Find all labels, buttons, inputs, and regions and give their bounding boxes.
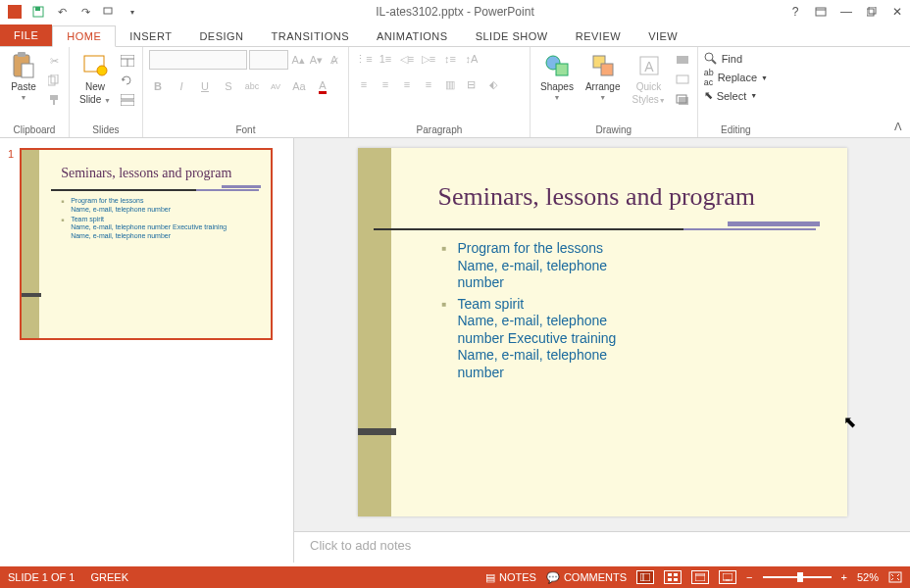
decrease-font-icon[interactable]: A▾ [308, 51, 324, 69]
layout-icon[interactable] [119, 52, 136, 70]
line-spacing-icon[interactable]: ↕≡ [441, 50, 459, 68]
thumbnail-pane[interactable]: 1 Seminars, lessons and program Program … [0, 138, 294, 563]
align-left-icon[interactable]: ≡ [355, 75, 373, 93]
new-slide-button[interactable]: New Slide ▼ [76, 50, 115, 124]
start-from-beginning-icon[interactable] [102, 5, 116, 19]
shapes-button[interactable]: Shapes ▼ [536, 50, 578, 124]
shape-outline-icon[interactable] [674, 72, 691, 89]
ribbon: Paste ▼ ✂ Clipboard New Slide ▼ Sli [0, 47, 910, 138]
tab-transitions[interactable]: TRANSITIONS [258, 26, 363, 46]
cut-icon[interactable]: ✂ [45, 52, 63, 70]
tab-insert[interactable]: INSERT [116, 26, 185, 46]
fit-to-window-icon[interactable] [888, 571, 902, 583]
zoom-slider[interactable] [763, 576, 832, 578]
justify-icon[interactable]: ≡ [420, 75, 437, 93]
quick-styles-button[interactable]: A Quick Styles▼ [628, 50, 669, 124]
reset-icon[interactable] [119, 72, 136, 89]
align-right-icon[interactable]: ≡ [398, 75, 416, 93]
zoom-in-icon[interactable]: + [841, 571, 847, 583]
undo-icon[interactable]: ↶ [55, 5, 69, 19]
numbering-icon[interactable]: 1≡ [377, 50, 394, 68]
format-painter-icon[interactable] [45, 91, 63, 109]
group-font: A▴ A▾ A̷ B I U S abc AV Aa A Font [143, 47, 349, 137]
font-family-select[interactable] [149, 50, 247, 70]
styles-label: Styles [632, 94, 658, 105]
thumbnail-item[interactable]: 1 Seminars, lessons and program Program … [8, 148, 285, 340]
save-icon[interactable] [31, 5, 45, 19]
redo-icon[interactable]: ↷ [78, 5, 92, 19]
collapse-ribbon-icon[interactable]: ᐱ [894, 121, 902, 133]
slide-title[interactable]: Seminars, lessons and program [438, 182, 756, 212]
close-icon[interactable]: ✕ [890, 5, 904, 19]
tab-animations[interactable]: ANIMATIONS [363, 26, 462, 46]
change-case-icon[interactable]: Aa [290, 77, 308, 95]
comments-toggle[interactable]: 💬COMMENTS [546, 571, 627, 584]
chevron-down-icon: ▼ [21, 94, 27, 101]
reading-view-icon[interactable] [691, 570, 709, 584]
strikethrough-icon[interactable]: abc [243, 77, 261, 95]
notes-placeholder[interactable]: Click to add notes [294, 531, 910, 563]
normal-view-icon[interactable] [636, 570, 654, 584]
smartart-icon[interactable]: ⬖ [484, 75, 502, 93]
section-icon[interactable] [119, 91, 136, 109]
zoom-thumb[interactable] [797, 572, 803, 582]
zoom-level[interactable]: 52% [857, 571, 879, 583]
text-direction-icon[interactable]: ↕A [463, 50, 480, 68]
tab-home[interactable]: HOME [52, 25, 116, 47]
notes-toggle[interactable]: ▤NOTES [485, 571, 536, 584]
shape-effects-icon[interactable] [674, 91, 691, 109]
underline-icon[interactable]: U [196, 77, 214, 95]
slide-canvas[interactable]: Seminars, lessons and program Program fo… [294, 138, 910, 531]
find-label: Find [722, 53, 742, 65]
ribbon-display-icon[interactable] [814, 5, 828, 19]
status-language[interactable]: GREEK [90, 571, 128, 583]
select-button[interactable]: ⬉ Select ▼ [704, 89, 768, 102]
font-size-select[interactable] [249, 50, 288, 70]
restore-icon[interactable] [865, 5, 879, 19]
svg-rect-33 [640, 573, 650, 581]
tab-design[interactable]: DESIGN [185, 26, 257, 46]
zoom-out-icon[interactable]: − [746, 571, 752, 583]
replace-button[interactable]: abac Replace ▼ [704, 68, 768, 87]
increase-font-icon[interactable]: A▴ [290, 51, 306, 69]
tab-slideshow[interactable]: SLIDE SHOW [462, 26, 562, 46]
increase-indent-icon[interactable]: ▷≡ [420, 50, 437, 68]
tab-file[interactable]: FILE [0, 24, 52, 46]
copy-icon[interactable] [45, 72, 63, 89]
tab-review[interactable]: REVIEW [562, 26, 634, 46]
bold-icon[interactable]: B [149, 77, 167, 95]
svg-rect-43 [889, 572, 901, 582]
bullet-head: Team spirit [71, 216, 104, 222]
bullets-icon[interactable]: ⋮≡ [355, 50, 373, 68]
svg-rect-12 [50, 95, 58, 100]
arrange-button[interactable]: Arrange ▼ [581, 50, 625, 124]
bullet-head: Program for the lessons [71, 197, 143, 204]
slide-divider [51, 189, 259, 191]
italic-icon[interactable]: I [173, 77, 190, 95]
slide-body[interactable]: Program for the lessonsName, e-mail, tel… [442, 240, 619, 385]
char-spacing-icon[interactable]: AV [267, 77, 284, 95]
columns-icon[interactable]: ▥ [441, 75, 459, 93]
qat-customize-icon[interactable]: ▾ [126, 5, 139, 19]
align-center-icon[interactable]: ≡ [377, 75, 394, 93]
help-icon[interactable]: ? [788, 5, 802, 19]
minimize-icon[interactable]: — [839, 5, 853, 19]
slide-decoration-band [358, 148, 392, 516]
status-slide-count[interactable]: SLIDE 1 OF 1 [8, 571, 75, 583]
thumbnail-slide[interactable]: Seminars, lessons and program Program fo… [20, 148, 273, 340]
paste-button[interactable]: Paste ▼ [6, 50, 41, 124]
shape-fill-icon[interactable] [674, 52, 691, 70]
main-slide[interactable]: Seminars, lessons and program Program fo… [358, 148, 847, 516]
bullet-head: Team spirit [458, 296, 525, 312]
shadow-icon[interactable]: S [220, 77, 237, 95]
slideshow-view-icon[interactable] [719, 570, 736, 584]
find-button[interactable]: Find [704, 52, 768, 66]
svg-rect-3 [816, 8, 826, 16]
font-color-icon[interactable]: A [314, 77, 331, 95]
slide-body: Program for the lessonsName, e-mail, tel… [61, 197, 227, 242]
clear-formatting-icon[interactable]: A̷ [327, 51, 342, 69]
tab-view[interactable]: VIEW [634, 26, 691, 46]
sorter-view-icon[interactable] [664, 570, 682, 584]
align-text-icon[interactable]: ⊟ [463, 75, 480, 93]
decrease-indent-icon[interactable]: ◁≡ [398, 50, 416, 68]
